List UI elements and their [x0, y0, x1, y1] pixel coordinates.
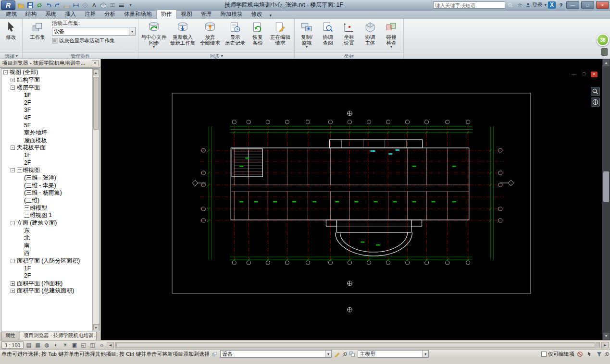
scroll-down-icon[interactable]: [93, 324, 99, 330]
tree-expander-icon[interactable]: -: [11, 85, 15, 90]
favorites-icon[interactable]: [516, 1, 523, 9]
scroll-left-icon[interactable]: [107, 342, 114, 348]
tab-collaborate[interactable]: 协作: [156, 10, 177, 19]
view-restore-icon[interactable]: [581, 72, 587, 77]
copy-monitor-button[interactable]: 复制/ 监视: [296, 20, 317, 51]
tab-structure[interactable]: 结构: [21, 10, 41, 19]
tab-massing-site[interactable]: 体量和场地: [120, 10, 156, 19]
coordination-host-button[interactable]: 协调 主体: [360, 20, 381, 51]
tree-item[interactable]: + 结构平面: [1, 76, 99, 84]
tree-item[interactable]: 屋面楼板: [1, 136, 99, 144]
reload-latest-button[interactable]: 重新载入 最新工作集: [168, 20, 198, 51]
text-button[interactable]: [90, 1, 98, 9]
tree-item[interactable]: 西: [1, 250, 99, 257]
sync-with-central-ribbon-button[interactable]: 与中心文件 同步: [140, 20, 168, 51]
search-icon[interactable]: [507, 1, 514, 9]
tab-project-browser[interactable]: 项目浏览器 - 技师学院机电培训...: [20, 332, 97, 340]
tree-item[interactable]: - 面积平面 (人防分区面积): [1, 257, 99, 265]
tree-item[interactable]: 1F: [1, 152, 99, 159]
tree-item[interactable]: (三维 - 杨雨迪): [1, 189, 99, 197]
redo-button[interactable]: [53, 1, 62, 9]
relinquish-all-button[interactable]: 放弃 全部请求: [198, 20, 223, 51]
tree-item[interactable]: - 视图 (全部): [1, 69, 99, 76]
tree-item[interactable]: 2F: [1, 272, 99, 280]
tree-item[interactable]: 2F: [1, 159, 99, 167]
scroll-thumb[interactable]: [116, 343, 595, 347]
project-browser-header[interactable]: 项目浏览器 - 技师学院机电培训中...: [0, 59, 100, 68]
section-button[interactable]: [108, 1, 116, 9]
tree-item[interactable]: 2F: [1, 99, 99, 107]
worksets-button[interactable]: 工作集: [24, 20, 51, 51]
tree-item[interactable]: - 立面 (建筑立面): [1, 219, 99, 227]
view-close-icon[interactable]: [591, 72, 598, 77]
drawing-area[interactable]: [101, 59, 602, 340]
tab-manage[interactable]: 管理: [197, 10, 216, 19]
steering-wheel-icon[interactable]: [591, 97, 600, 107]
restore-button[interactable]: [581, 1, 594, 9]
tab-annotate[interactable]: 注释: [80, 10, 100, 19]
tab-insert[interactable]: 插入: [61, 10, 80, 19]
close-browser-icon[interactable]: [92, 60, 99, 66]
view-minimize-icon[interactable]: [571, 72, 577, 77]
tree-expander-icon[interactable]: -: [11, 168, 15, 172]
tree-expander-icon[interactable]: +: [11, 281, 15, 286]
tab-architecture[interactable]: 建筑: [1, 10, 21, 19]
scroll-down-icon[interactable]: [603, 333, 610, 340]
select-panel-label[interactable]: 选择: [0, 52, 22, 59]
ribbon-cycle-chevron-icon[interactable]: [270, 13, 272, 19]
coordinate-panel-label[interactable]: 坐标: [295, 52, 403, 59]
exclude-options-icon[interactable]: [576, 351, 584, 358]
modify-button[interactable]: 修改: [1, 20, 21, 51]
tab-analyze[interactable]: 分析: [100, 10, 120, 19]
tree-item[interactable]: 1F: [1, 91, 99, 99]
render-icon[interactable]: ◍: [43, 341, 51, 349]
tree-item[interactable]: 室外地坪: [1, 129, 99, 137]
sync-with-central-button[interactable]: [35, 1, 43, 9]
temporary-hide-isolate-icon[interactable]: ◫: [88, 341, 97, 349]
scroll-thumb[interactable]: [93, 77, 99, 130]
tree-item[interactable]: - 天花板平面: [1, 144, 99, 152]
minimize-button[interactable]: [566, 1, 579, 9]
editing-requests-button[interactable]: 正在编辑 请求: [268, 20, 293, 51]
tree-item[interactable]: 5F: [1, 121, 99, 129]
tree-item[interactable]: - 楼层平面: [1, 84, 99, 91]
tree-item[interactable]: 4F: [1, 114, 99, 121]
save-button[interactable]: [26, 1, 34, 9]
close-button[interactable]: [596, 1, 609, 9]
infocenter-toggle-icon[interactable]: [601, 48, 608, 56]
measure-button[interactable]: [62, 1, 71, 9]
tab-view[interactable]: 视图: [177, 10, 197, 19]
tree-item[interactable]: (三维): [1, 197, 99, 205]
tree-expander-icon[interactable]: +: [11, 78, 15, 82]
tree-item[interactable]: - 三维视图: [1, 167, 99, 174]
interference-check-button[interactable]: 碰撞 检查: [381, 20, 402, 51]
filter-icon[interactable]: [595, 351, 603, 358]
aligned-dimension-button[interactable]: [72, 1, 80, 9]
horizontal-scrollbar[interactable]: [115, 342, 600, 348]
workset-select[interactable]: 设备: [220, 350, 332, 358]
default-3d-view-button[interactable]: [99, 1, 107, 9]
coordinates-button[interactable]: 坐标 设置: [338, 20, 360, 51]
press-drag-icon[interactable]: [585, 351, 594, 358]
sun-path-icon[interactable]: ☀: [61, 341, 69, 349]
detail-level-icon[interactable]: ▤: [25, 341, 33, 349]
tree-item[interactable]: 南: [1, 242, 99, 250]
browser-scrollbar[interactable]: [92, 69, 99, 331]
tree-expander-icon[interactable]: -: [11, 259, 15, 263]
tree-expander-icon[interactable]: -: [11, 146, 15, 150]
exchange-apps-button[interactable]: X: [548, 1, 556, 9]
scroll-up-icon[interactable]: [93, 69, 99, 75]
tab-systems[interactable]: 系统: [41, 10, 61, 19]
open-button[interactable]: [17, 1, 25, 9]
crop-view-icon[interactable]: ▣: [70, 341, 78, 349]
tree-item[interactable]: + 面积平面 (净面积): [1, 279, 99, 287]
tree-item[interactable]: 三维模型: [1, 204, 99, 212]
reveal-hidden-icon[interactable]: ☼: [98, 341, 106, 349]
tree-item[interactable]: 三维视图 1: [1, 212, 99, 219]
tab-addins[interactable]: 附加模块: [216, 10, 247, 19]
tree-item[interactable]: 3F: [1, 106, 99, 114]
visual-style-icon[interactable]: ▦: [34, 341, 42, 349]
tree-item[interactable]: 东: [1, 227, 99, 234]
thin-lines-button[interactable]: [117, 1, 125, 9]
search-input[interactable]: [433, 1, 505, 9]
